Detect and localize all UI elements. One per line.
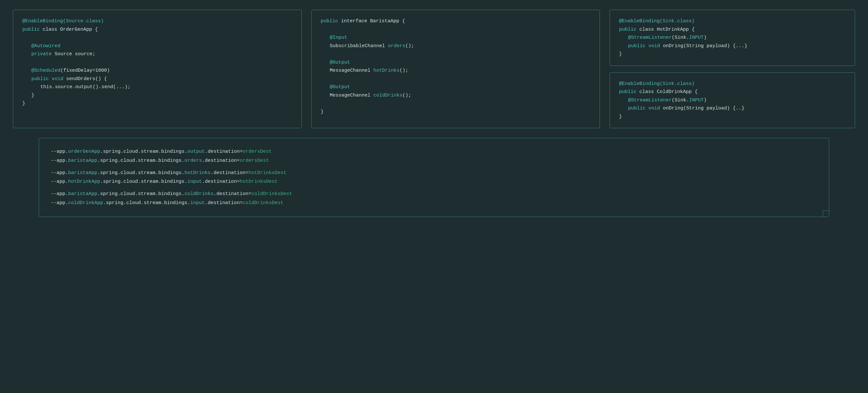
code-token: interface (338, 19, 370, 24)
code-token: public void (628, 106, 660, 111)
code-line: } (619, 50, 846, 59)
code-token: INPUT (689, 35, 704, 40)
code-token: .class) (674, 19, 694, 24)
code-token: onDring(String payload) {...} (660, 43, 747, 49)
barista-app-box: public interface BaristaApp { @InputSubs… (311, 10, 600, 128)
code-token: hotDrinks (373, 68, 400, 73)
code-line (321, 50, 591, 59)
code-token: public void (628, 43, 660, 49)
code-line: SubscribableChannel orders(); (321, 42, 591, 51)
code-token: { (692, 89, 698, 95)
code-token: onDring(String payload) {..} (660, 106, 744, 111)
code-line (22, 34, 292, 42)
code-token: .class) (83, 19, 104, 24)
code-token: SubscribableChannel (330, 43, 388, 49)
code-line: } (619, 113, 846, 121)
code-token: { (92, 27, 98, 32)
code-token: @StreamListener (628, 98, 672, 103)
code-line: private Source source; (22, 50, 292, 59)
code-token: HotDrinkApp (657, 27, 689, 32)
code-line: @Output (321, 83, 591, 91)
code-token: class (637, 27, 657, 32)
config-line: --app.baristaApp.spring.cloud.stream.bin… (51, 169, 817, 177)
code-token: (Sink. (672, 98, 689, 103)
config-line: --app.orderGenApp.spring.cloud.stream.bi… (51, 147, 817, 156)
code-token: public (619, 27, 637, 32)
code-line: public void sendOrders() { (22, 75, 292, 83)
code-line: @Autowired (22, 42, 292, 51)
code-line: MessageChannel coldDrinks(); (321, 91, 591, 100)
code-token: Sink (662, 19, 674, 24)
code-line: @StreamListener(Sink.INPUT) (619, 34, 846, 42)
code-token: (); (400, 68, 408, 73)
cold-drink-app-box: @EnableBinding(Sink.class)public class C… (610, 72, 855, 129)
order-gen-app-box: @EnableBinding(Source.class)public class… (13, 10, 302, 128)
code-token: } (619, 51, 622, 57)
code-token: MessageChannel (330, 68, 373, 73)
code-line (321, 99, 591, 108)
code-token: coldDrinks (373, 93, 403, 98)
code-token: } (619, 114, 622, 120)
code-token: } (31, 93, 34, 98)
code-line: MessageChannel hotDrinks(); (321, 67, 591, 75)
code-line: } (22, 99, 292, 108)
code-line: public class ColdDrinkApp { (619, 88, 846, 96)
code-token: ColdDrinkApp (657, 89, 692, 95)
code-line: public void onDring(String payload) {..} (619, 104, 846, 113)
code-token: { (399, 19, 405, 24)
code-token: @Output (330, 84, 350, 90)
code-line: } (22, 91, 292, 100)
code-token: ) (704, 35, 707, 40)
code-token: public (321, 19, 338, 24)
code-token: class (40, 27, 60, 32)
code-token: .class) (674, 81, 694, 87)
top-row: @EnableBinding(Source.class)public class… (13, 10, 855, 128)
code-line: } (321, 108, 591, 116)
code-line: @Output (321, 59, 591, 67)
code-token: (); (405, 43, 414, 49)
code-token: (); (403, 93, 411, 98)
code-line: public interface BaristaApp { (321, 17, 591, 26)
code-token: (fixedDelay=1000) (60, 68, 110, 73)
code-line: public void onDring(String payload) {...… (619, 42, 846, 51)
right-column: @EnableBinding(Sink.class)public class H… (610, 10, 855, 128)
code-token: OrderGenApp (60, 27, 92, 32)
code-line: @StreamListener(Sink.INPUT) (619, 96, 846, 105)
code-line (321, 75, 591, 83)
code-token: } (321, 109, 324, 114)
code-token: Source source; (52, 51, 95, 57)
config-line: --app.baristaApp.spring.cloud.stream.bin… (51, 190, 817, 199)
code-line: @Scheduled(fixedDelay=1000) (22, 67, 292, 75)
config-line: --app.coldDrinkApp.spring.cloud.stream.b… (51, 199, 817, 208)
hot-drink-app-box: @EnableBinding(Sink.class)public class H… (610, 10, 855, 66)
code-line: @EnableBinding(Source.class) (22, 17, 292, 26)
code-token: class (637, 89, 657, 95)
code-token: public (619, 89, 637, 95)
code-token: sendOrders() { (63, 76, 107, 82)
code-token: (Sink. (672, 35, 689, 40)
code-token: BaristaApp (370, 19, 399, 24)
code-token: private (31, 51, 52, 57)
code-line: @Input (321, 34, 591, 42)
code-token: @StreamListener (628, 35, 672, 40)
code-token: public void (31, 76, 63, 82)
code-token: orders (388, 43, 405, 49)
code-line: public class HotDrinkApp { (619, 26, 846, 34)
code-token: MessageChannel (330, 93, 373, 98)
code-token: @EnableBinding( (619, 81, 662, 87)
code-token: } (22, 101, 25, 106)
code-token: @Autowired (31, 43, 60, 49)
code-line: this.source.output().send(...); (22, 83, 292, 91)
code-line: @EnableBinding(Sink.class) (619, 17, 846, 26)
code-token: @Input (330, 35, 347, 40)
code-token: @Output (330, 60, 350, 65)
config-line: --app.hotDrinkApp.spring.cloud.stream.bi… (51, 177, 817, 186)
code-token: Source (66, 19, 83, 24)
code-token: { (689, 27, 694, 32)
code-line: @EnableBinding(Sink.class) (619, 80, 846, 88)
config-box: --app.orderGenApp.spring.cloud.stream.bi… (39, 138, 829, 217)
code-token: @EnableBinding( (619, 19, 662, 24)
code-token: public (22, 27, 40, 32)
code-token: Sink (662, 81, 674, 87)
code-token: INPUT (689, 98, 704, 103)
